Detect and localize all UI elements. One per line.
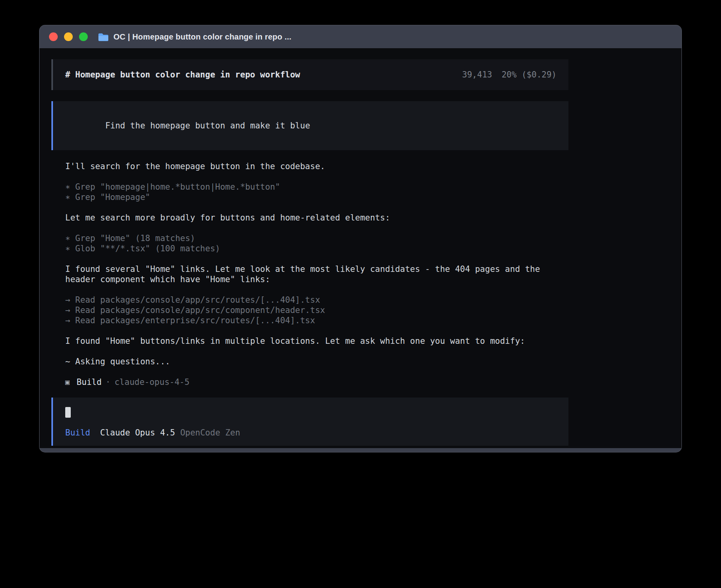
terminal-content: # Homepage button color change in repo w… (40, 48, 681, 448)
model-name: Claude Opus 4.5 (100, 428, 175, 438)
shortcut-variants: ctrl+t variants (347, 450, 422, 452)
session-header: # Homepage button color change in repo w… (51, 59, 568, 90)
tool-call-grep: ∗ Grep "Home" (18 matches) (65, 233, 555, 243)
provider-name: OpenCode Zen (180, 428, 240, 438)
assistant-transcript: I'll search for the homepage button in t… (51, 161, 568, 387)
shortcut-key: tab (432, 450, 447, 452)
titlebar: OC | Homepage button color change in rep… (40, 25, 681, 48)
shortcut-agents: tab agents (432, 450, 483, 452)
status-bar: esc interrupt ctrl+t variants tab agents… (51, 450, 568, 452)
folder-icon (98, 33, 109, 41)
context-usage: 20% ($0.29) (502, 70, 557, 80)
mode-badge: Build (65, 428, 90, 438)
close-button[interactable] (49, 32, 58, 41)
session-stats: 39,413 20% ($0.29) (462, 70, 557, 80)
user-message-text: Find the homepage button and make it blu… (105, 121, 310, 130)
window-title: OC | Homepage button color change in rep… (113, 32, 291, 41)
tool-call-read: → Read packages/console/app/src/routes/[… (65, 295, 555, 305)
agent-name: Build (77, 377, 102, 387)
esc-key-hint: esc (106, 450, 121, 452)
session-title: # Homepage button color change in repo w… (65, 70, 300, 80)
agent-model: claude-opus-4-5 (115, 377, 190, 387)
assistant-message: I'll search for the homepage button in t… (65, 161, 555, 172)
shortcut-key: ctrl+t (347, 450, 377, 452)
shortcut-label: agents (453, 450, 483, 452)
user-message: Find the homepage button and make it blu… (51, 101, 568, 150)
shortcut-commands: ctrl+p commands (493, 450, 568, 452)
assistant-message: Let me search more broadly for buttons a… (65, 213, 555, 223)
text-cursor (65, 407, 71, 418)
tool-call-glob: ∗ Glob "**/*.tsx" (100 matches) (65, 243, 555, 254)
tool-call-read: → Read packages/console/app/src/componen… (65, 305, 555, 315)
terminal-window: OC | Homepage button color change in rep… (40, 25, 681, 452)
shortcut-key: ctrl+p (493, 450, 523, 452)
agent-separator: · (106, 377, 111, 387)
tool-call-grep: ∗ Grep "homepage|home.*button|Home.*butt… (65, 182, 555, 192)
agent-square-icon: ▣ (65, 377, 70, 387)
zoom-button[interactable] (79, 32, 88, 41)
shortcut-label: variants (382, 450, 422, 452)
prompt-input[interactable]: Build Claude Opus 4.5 OpenCode Zen (51, 398, 568, 446)
token-count: 39,413 (462, 70, 492, 80)
minimize-button[interactable] (64, 32, 73, 41)
agent-status-row: ▣ Build · claude-opus-4-5 (65, 377, 555, 387)
esc-key-label: interrupt (126, 450, 171, 452)
editor-meta: Build Claude Opus 4.5 OpenCode Zen (65, 428, 557, 438)
assistant-message: I found "Home" buttons/links in multiple… (65, 336, 555, 346)
asking-status: ~ Asking questions... (65, 356, 555, 367)
tool-call-grep: ∗ Grep "Homepage" (65, 192, 555, 202)
tool-call-read: → Read packages/enterprise/src/routes/[.… (65, 315, 555, 326)
assistant-message: I found several "Home" links. Let me loo… (65, 264, 555, 285)
shortcut-label: commands (528, 450, 568, 452)
traffic-lights (49, 32, 88, 41)
